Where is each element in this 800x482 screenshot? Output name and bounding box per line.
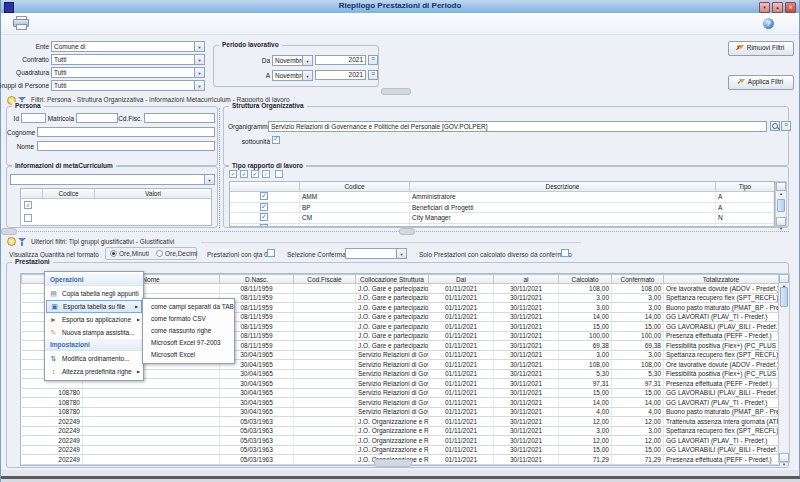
column-header[interactable]: Dal — [429, 275, 494, 284]
a-year-field[interactable]: 2021 — [315, 70, 366, 80]
submenu-item[interactable]: come riassunto righe — [143, 325, 234, 337]
row-checkbox[interactable] — [260, 203, 268, 211]
column-header[interactable]: al — [494, 275, 559, 284]
ore-minuti-radio[interactable] — [110, 250, 117, 257]
splitter-handle[interactable] — [381, 88, 411, 95]
prestazioni-hscrollbar-thumb[interactable] — [374, 459, 412, 467]
column-header[interactable]: Calcolato — [559, 275, 612, 284]
metacurriculum-select[interactable] — [10, 174, 215, 185]
uncheck-icon[interactable] — [275, 170, 283, 178]
column-header-tipo[interactable]: Tipo — [716, 182, 774, 191]
search-icon[interactable] — [770, 121, 780, 131]
tipo-scrollbar[interactable] — [775, 181, 787, 227]
da-year-field[interactable]: 2021 — [315, 55, 366, 65]
solo-checkbox[interactable] — [561, 249, 569, 257]
org-tree-icon[interactable] — [781, 121, 791, 131]
prestazioni-vscrollbar[interactable] — [778, 273, 790, 463]
scrollbar-thumb[interactable] — [780, 287, 788, 307]
row-checkbox[interactable] — [260, 213, 268, 221]
da-calendar-button[interactable] — [368, 55, 378, 65]
scroll-up-icon[interactable] — [776, 182, 786, 191]
table-row[interactable]: 20224905/03/1963J.O. Organizzazione e Ri… — [22, 436, 779, 446]
menu-item[interactable]: ►Esporta su applicazione▶ — [45, 313, 143, 326]
table-row[interactable]: 10878030/04/1965Servizio Relazioni di Go… — [22, 388, 779, 398]
column-header-codice[interactable]: Codice — [300, 182, 410, 191]
contratto-select[interactable]: Tutti — [51, 54, 205, 65]
table-row[interactable]: 20224905/03/1963J.O. Organizzazione e Ri… — [22, 445, 779, 455]
sottounita-checkbox[interactable] — [272, 136, 280, 144]
submenu-item[interactable]: come campi separati da TAB — [143, 301, 234, 313]
rimuovi-filtri-button[interactable]: Rimuovi Filtri — [728, 41, 794, 56]
check-partial-icon[interactable] — [262, 170, 270, 178]
scroll-up-icon[interactable] — [779, 274, 789, 283]
applica-filtri-button[interactable]: Applica Filtri — [728, 75, 794, 90]
check-blue-icon[interactable] — [240, 170, 248, 178]
submenu-item[interactable]: Microsoft Excel 97-2003 — [143, 337, 234, 349]
selezione-select[interactable] — [345, 248, 407, 259]
column-header[interactable]: Collocazione Struttura — [356, 275, 429, 284]
qta-checkbox[interactable] — [267, 249, 275, 257]
row-checkbox[interactable] — [260, 224, 268, 228]
close-button[interactable] — [785, 2, 796, 13]
check-blue-alt-icon[interactable] — [251, 170, 259, 178]
a-month-select[interactable]: Novembre — [272, 70, 313, 81]
column-header[interactable]: D.Nasc. — [220, 275, 294, 284]
scrollbar-thumb[interactable] — [777, 199, 785, 212]
table-row[interactable]: 20224905/03/1963J.O. Organizzazione e Ri… — [22, 426, 779, 436]
minimize-button[interactable] — [759, 2, 770, 13]
tipo-rapporto-legend: Tipo rapporto di lavoro — [229, 162, 306, 169]
export-submenu: come campi separati da TABcome formato C… — [142, 298, 235, 364]
submenu-item[interactable]: come formato CSV — [143, 313, 234, 325]
cell — [294, 388, 356, 398]
menu-item[interactable]: ▣Esporta tabella su file▶ — [46, 300, 142, 313]
cell: 05/03/1963 — [220, 436, 294, 446]
cognome-field[interactable] — [37, 127, 215, 137]
column-header-valori[interactable]: Valori — [95, 189, 211, 198]
cell: 30/11/2021 — [494, 293, 559, 303]
column-header[interactable]: Cod.Fiscale — [294, 275, 356, 284]
submenu-item[interactable]: Microsoft Excel — [143, 349, 234, 361]
cell — [230, 224, 300, 228]
column-header-codice[interactable]: Codice — [43, 189, 95, 198]
check-all-green-icon[interactable] — [229, 170, 237, 178]
column-header[interactable]: Confermato — [612, 275, 664, 284]
matricola-field[interactable] — [76, 113, 118, 123]
menu-item[interactable]: ▤Copia tabella negli appunti — [45, 287, 143, 300]
printer-icon[interactable] — [13, 16, 29, 29]
splitter-handle[interactable] — [1, 228, 17, 235]
help-icon[interactable] — [763, 18, 774, 29]
da-month-select[interactable]: Novembre — [272, 55, 313, 66]
organigramma-field[interactable]: Servizio Relazioni di Governance e Polit… — [268, 121, 767, 132]
cdfisc-field[interactable] — [144, 113, 215, 123]
cell — [294, 407, 356, 417]
quadratura-select[interactable]: Tutti — [51, 67, 205, 78]
table-row[interactable]: 20224905/03/1963J.O. Organizzazione e Ri… — [22, 417, 779, 427]
a-calendar-button[interactable] — [368, 70, 378, 80]
menu-item[interactable]: ✎Nuova stampa assistita... — [45, 326, 143, 339]
ente-select[interactable]: Comune di — [51, 41, 205, 52]
cell: 69,38 — [612, 341, 664, 351]
cell: 30/04/1965 — [220, 379, 294, 389]
nome-field[interactable] — [37, 141, 215, 151]
uncheck-icon[interactable] — [24, 214, 32, 222]
column-header-descrizione[interactable]: Descrizione — [410, 182, 716, 191]
table-row[interactable]: 10878030/04/1965Servizio Relazioni di Go… — [22, 407, 779, 417]
table-row[interactable]: AMMAmministratoreA — [230, 192, 774, 203]
vertical-splitter[interactable] — [219, 108, 220, 228]
table-row[interactable]: BPBeneficiari di ProgettiA — [230, 203, 774, 214]
gruppi-select[interactable]: Tutti — [51, 80, 205, 91]
table-row[interactable]: CMCity ManagerN — [230, 213, 774, 224]
row-checkbox[interactable] — [260, 192, 268, 200]
check-all-green-icon[interactable] — [24, 201, 32, 209]
scroll-down-icon[interactable] — [776, 217, 786, 226]
menu-item[interactable]: ↕Altezza predefinita righe▶ — [45, 365, 143, 378]
table-row[interactable]: 10878030/04/1965Servizio Relazioni di Go… — [22, 398, 779, 408]
table-row[interactable] — [230, 224, 774, 228]
ore-decimi-radio[interactable] — [156, 250, 163, 257]
horizontal-splitter[interactable] — [6, 231, 789, 232]
splitter-handle[interactable] — [399, 228, 415, 235]
column-header[interactable]: Totalizzatore — [664, 275, 779, 284]
menu-item[interactable]: ⇅Modifica ordinamento... — [45, 352, 143, 365]
scroll-down-icon[interactable] — [779, 453, 789, 462]
restore-button[interactable] — [772, 2, 783, 13]
